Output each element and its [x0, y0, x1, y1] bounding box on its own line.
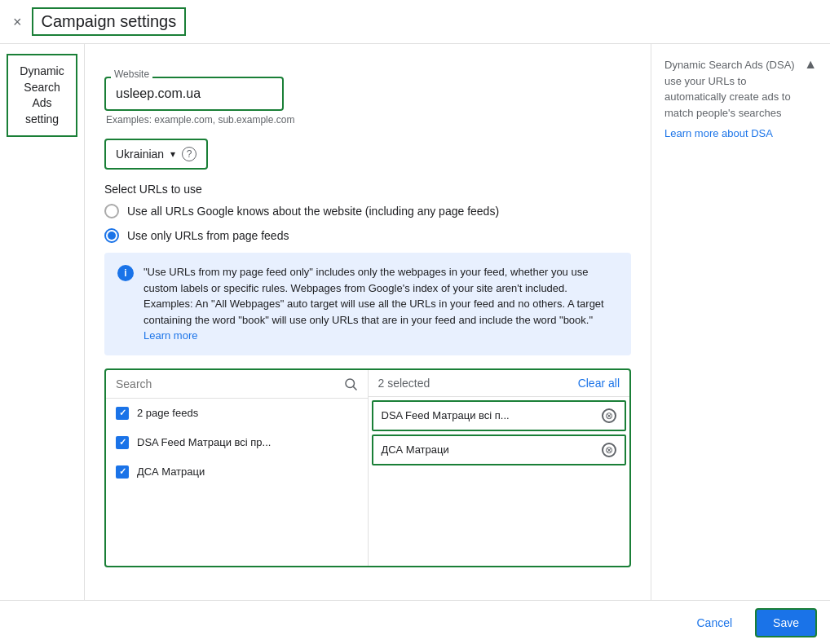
website-input[interactable] [104, 77, 284, 111]
selected-item-dsa-matraci: ДСА Матраци ⊗ [372, 434, 627, 465]
select-urls-label: Select URLs to use [104, 183, 631, 196]
info-box: i "Use URLs from my page feed only" incl… [104, 253, 631, 355]
search-input[interactable] [116, 377, 337, 390]
main-content: Dynamic Search Ads setting Website Examp… [0, 44, 830, 600]
sidebar-dsa-description: Dynamic Search Ads (DSA) use your URLs t… [664, 57, 804, 121]
learn-more-dsa-link[interactable]: Learn more about DSA [664, 127, 773, 139]
checkbox-dsa-feed-label: DSA Feed Матраци всі пр... [137, 436, 271, 448]
remove-dsa-matraci-button[interactable]: ⊗ [602, 443, 616, 457]
language-value: Ukrainian [116, 148, 164, 161]
info-text: "Use URLs from my page feed only" includ… [143, 264, 618, 344]
footer: Cancel Save [0, 600, 830, 644]
info-icon: i [117, 265, 134, 281]
search-icon [343, 377, 358, 391]
checkbox-item-dsa-feed[interactable]: ✓ DSA Feed Матраци всі пр... [106, 428, 368, 457]
left-sidebar: Dynamic Search Ads setting [0, 44, 85, 600]
radio-all-urls-label: Use all URLs Google knows about the webs… [127, 205, 499, 218]
radio-all-urls-circle [104, 204, 119, 218]
checkbox-item-2pagefeeds[interactable]: ✓ 2 page feeds [106, 399, 368, 428]
radio-all-urls[interactable]: Use all URLs Google knows about the webs… [104, 204, 631, 218]
search-bar [106, 370, 368, 399]
page-title: Campaign settings [32, 7, 187, 36]
cancel-button[interactable]: Cancel [683, 610, 745, 636]
learn-more-link[interactable]: Learn more [143, 329, 197, 342]
feed-right: 2 selected Clear all DSA Feed Матраци вс… [369, 370, 630, 566]
remove-dsa-feed-button[interactable]: ⊗ [602, 408, 616, 423]
center-content: Website Examples: example.com, sub.examp… [85, 44, 651, 600]
svg-point-0 [346, 379, 355, 388]
dsa-setting-label[interactable]: Dynamic Search Ads setting [7, 54, 77, 137]
selected-items-container: DSA Feed Матраци всі п... ⊗ ДСА Матраци … [369, 397, 630, 472]
selected-header: 2 selected Clear all [369, 370, 630, 397]
header: × Campaign settings [0, 0, 830, 44]
checkbox-2pagefeeds-label: 2 page feeds [137, 407, 198, 419]
right-sidebar-header: Dynamic Search Ads (DSA) use your URLs t… [664, 57, 817, 127]
language-selector[interactable]: Ukrainian ▾ ? [104, 139, 208, 170]
feed-panel: ✓ 2 page feeds ✓ DSA Feed Матраци всі пр… [104, 368, 631, 567]
checkbox-dsa-matraci: ✓ [116, 465, 129, 479]
collapse-button[interactable]: ▲ [804, 57, 817, 72]
feed-panel-inner: ✓ 2 page feeds ✓ DSA Feed Матраци всі пр… [106, 370, 629, 566]
selected-item-dsa-feed-label: DSA Feed Матраци всі п... [382, 409, 510, 421]
right-sidebar: Dynamic Search Ads (DSA) use your URLs t… [651, 44, 830, 600]
checkbox-dsa-matraci-label: ДСА Матраци [137, 465, 205, 478]
website-field-group: Website Examples: example.com, sub.examp… [104, 60, 631, 126]
selected-count: 2 selected [378, 377, 430, 390]
selected-item-dsa-matraci-label: ДСА Матраци [382, 443, 449, 456]
radio-page-feeds[interactable]: Use only URLs from page feeds [104, 228, 631, 243]
feed-left: ✓ 2 page feeds ✓ DSA Feed Матраци всі пр… [106, 370, 369, 566]
radio-page-feeds-label: Use only URLs from page feeds [127, 229, 289, 242]
svg-line-1 [353, 386, 356, 390]
close-button[interactable]: × [13, 15, 22, 29]
help-icon[interactable]: ? [182, 147, 196, 161]
website-examples: Examples: example.com, sub.example.com [106, 114, 631, 126]
checkbox-dsa-feed: ✓ [116, 436, 129, 449]
checkbox-item-dsa-matraci[interactable]: ✓ ДСА Матраци [106, 457, 368, 487]
radio-page-feeds-circle [104, 228, 119, 243]
website-label: Website [111, 68, 152, 80]
dropdown-arrow-icon: ▾ [170, 148, 175, 160]
checkbox-2pagefeeds: ✓ [116, 407, 129, 420]
save-button[interactable]: Save [755, 608, 817, 637]
selected-item-dsa-feed: DSA Feed Матраци всі п... ⊗ [372, 400, 627, 431]
clear-all-button[interactable]: Clear all [578, 377, 620, 390]
